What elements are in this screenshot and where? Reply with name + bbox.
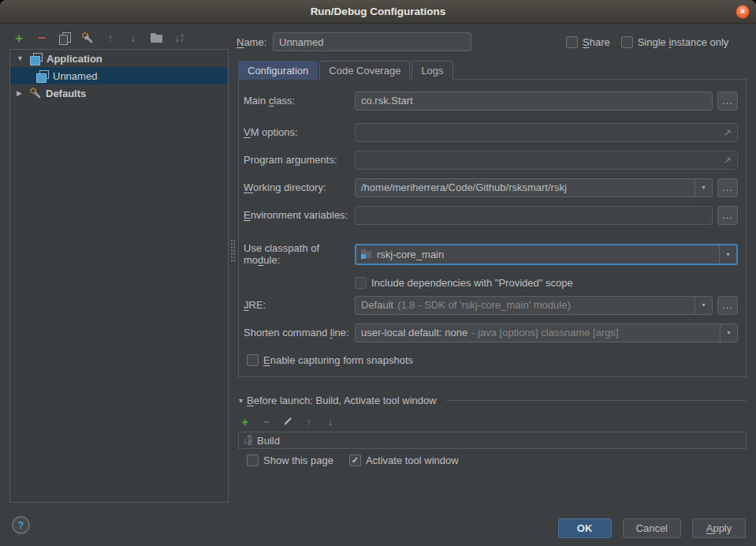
activate-tool-window-checkbox[interactable]: ✓ — [349, 454, 361, 466]
enable-capturing-label: Enable capturing form snapshots — [263, 354, 413, 366]
main-class-label: Main class: — [244, 95, 350, 107]
module-icon — [361, 249, 372, 259]
tree-label-defaults: Defaults — [46, 88, 86, 99]
before-launch-task-list[interactable]: ↓ 01 10 01 Build — [238, 432, 747, 449]
single-instance-checkbox[interactable] — [621, 36, 633, 48]
share-checkbox[interactable] — [566, 36, 578, 48]
include-dependencies-label: Include dependencies with "Provided" sco… — [371, 277, 573, 289]
tree-node-unnamed[interactable]: Unnamed — [10, 67, 228, 84]
jre-label: JRE: — [244, 299, 350, 311]
name-input[interactable]: Unnamed — [273, 32, 471, 51]
ellipsis-icon: ... — [722, 95, 732, 107]
enable-capturing-checkbox-group[interactable]: Enable capturing form snapshots — [247, 354, 413, 366]
chevron-collapsed-icon[interactable]: ▶ — [17, 89, 29, 97]
help-button[interactable]: ? — [12, 516, 30, 534]
show-this-page-checkbox[interactable] — [247, 454, 259, 466]
move-up-button[interactable]: ↑ — [104, 32, 117, 44]
copy-icon — [59, 32, 70, 43]
before-launch-options: Show this page ✓ Activate tool window — [247, 454, 459, 466]
program-arguments-row: Program arguments: ↗ — [244, 150, 738, 170]
before-launch-header[interactable]: ▾ Before launch: Build, Activate tool wi… — [239, 395, 747, 406]
remove-icon: − — [38, 32, 46, 45]
copy-configuration-button[interactable] — [58, 32, 71, 44]
wrench-gear-icon — [81, 32, 94, 44]
vm-options-input[interactable]: ↗ — [355, 123, 738, 142]
cancel-button[interactable]: Cancel — [623, 518, 681, 538]
main-class-row: Main class: co.rsk.Start ... — [244, 91, 738, 110]
configurations-toolbar: + − ↑ ↓ ↓ az — [13, 29, 185, 47]
create-folder-button[interactable] — [150, 32, 162, 44]
before-launch-move-up-button[interactable]: ↑ — [304, 416, 315, 427]
activate-tool-window-checkbox-group[interactable]: ✓ Activate tool window — [349, 454, 459, 466]
program-arguments-label: Program arguments: — [244, 154, 350, 166]
environment-variables-input[interactable] — [355, 206, 713, 225]
tree-node-defaults[interactable]: ▶ Defaults — [10, 84, 228, 102]
chevron-expanded-icon[interactable]: ▼ — [17, 54, 29, 62]
move-down-icon: ↓ — [328, 417, 333, 427]
enable-capturing-row: Enable capturing form snapshots — [247, 350, 738, 370]
configuration-panel: Main class: co.rsk.Start ... VM options:… — [238, 79, 747, 377]
ok-button[interactable]: OK — [558, 518, 612, 538]
remove-icon: − — [263, 416, 270, 428]
close-button[interactable]: × — [736, 5, 750, 19]
include-dependencies-checkbox-group[interactable]: Include dependencies with "Provided" sco… — [355, 277, 573, 289]
expand-field-icon[interactable]: ↗ — [724, 155, 732, 166]
dropdown-arrow-button[interactable]: ▼ — [695, 297, 712, 314]
vm-options-label: VM options: — [244, 126, 350, 138]
main-class-browse-button[interactable]: ... — [717, 92, 738, 110]
shorten-command-line-row: Shorten command line: user-local default… — [244, 323, 738, 342]
tree-label-unnamed: Unnamed — [53, 70, 97, 82]
help-icon: ? — [18, 519, 24, 531]
tab-code-coverage[interactable]: Code Coverage — [319, 61, 410, 80]
build-task-label: Build — [257, 435, 280, 447]
enable-capturing-checkbox[interactable] — [247, 354, 259, 366]
configuration-tabs: Configuration Code Coverage Logs — [238, 61, 453, 80]
show-this-page-checkbox-group[interactable]: Show this page — [247, 454, 333, 466]
add-icon: + — [15, 32, 23, 45]
include-dependencies-checkbox[interactable] — [355, 277, 367, 289]
working-directory-browse-button[interactable]: ... — [717, 178, 738, 197]
chevron-down-icon: ▼ — [726, 330, 732, 335]
move-down-icon: ↓ — [131, 32, 136, 43]
before-launch-move-down-button[interactable]: ↓ — [325, 416, 336, 427]
working-directory-combobox[interactable]: /home/meriherrera/Code/Github/rsksmart/r… — [355, 178, 713, 197]
share-label: Share — [583, 36, 610, 48]
sort-icon: ↓ — [174, 32, 180, 43]
jre-combobox[interactable]: Default (1.8 - SDK of 'rskj-core_main' m… — [355, 296, 713, 315]
dropdown-arrow-button[interactable]: ▼ — [720, 324, 737, 342]
move-down-button[interactable]: ↓ — [127, 32, 140, 44]
add-configuration-button[interactable]: + — [13, 32, 25, 44]
tab-logs[interactable]: Logs — [412, 61, 452, 80]
sort-configurations-button[interactable]: ↓ az — [173, 32, 185, 44]
before-launch-add-button[interactable]: + — [240, 416, 251, 427]
shorten-command-line-label: Shorten command line: — [244, 327, 350, 338]
before-launch-edit-button[interactable] — [282, 416, 293, 427]
tree-node-application[interactable]: ▼ Application — [10, 50, 228, 67]
expand-field-icon[interactable]: ↗ — [724, 127, 732, 138]
folder-icon — [151, 33, 162, 43]
dropdown-arrow-button[interactable]: ▼ — [695, 179, 712, 196]
splitter-handle[interactable] — [230, 239, 236, 263]
remove-configuration-button[interactable]: − — [35, 32, 48, 44]
tab-configuration[interactable]: Configuration — [238, 61, 318, 80]
use-classpath-combobox[interactable]: rskj-core_main ▼ — [355, 244, 738, 265]
before-launch-toolbar: + − ↑ ↓ — [240, 415, 336, 428]
main-class-input[interactable]: co.rsk.Start — [355, 92, 713, 110]
edit-defaults-button[interactable] — [81, 32, 94, 44]
move-up-icon: ↑ — [307, 417, 312, 427]
ellipsis-icon: ... — [722, 182, 732, 193]
program-arguments-input[interactable]: ↗ — [355, 151, 738, 170]
ellipsis-icon: ... — [722, 210, 732, 221]
check-icon: ✓ — [352, 456, 359, 465]
apply-button[interactable]: Apply — [692, 518, 746, 538]
environment-variables-browse-button[interactable]: ... — [717, 206, 738, 225]
share-checkbox-group[interactable]: Share — [566, 36, 610, 48]
jre-browse-button[interactable]: ... — [717, 296, 738, 315]
show-this-page-label: Show this page — [263, 454, 333, 466]
before-launch-remove-button[interactable]: − — [261, 416, 272, 427]
collapse-icon[interactable]: ▾ — [239, 396, 243, 405]
shorten-command-line-combobox[interactable]: user-local default: none - java [options… — [355, 323, 738, 342]
run-debug-configurations-dialog: Run/Debug Configurations × + − ↑ ↓ ↓ az … — [0, 0, 756, 546]
dropdown-arrow-button[interactable]: ▼ — [719, 245, 736, 264]
single-instance-checkbox-group[interactable]: Single instance only — [621, 36, 729, 48]
